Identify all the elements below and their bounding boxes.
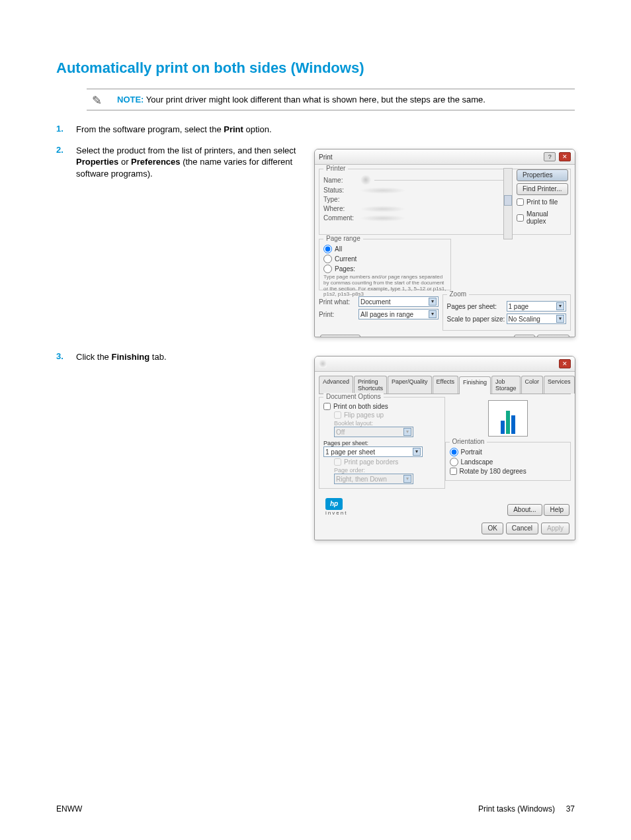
pages-radio[interactable]: Pages: [323,265,446,273]
landscape-radio[interactable]: Landscape [450,458,567,466]
t: Preferences [131,157,180,167]
cancel-button[interactable]: Cancel [537,335,569,337]
page-range-hint: Type page numbers and/or page ranges sep… [323,274,446,298]
hp-logo: hp [325,498,343,510]
print-range-dropdown[interactable]: All pages in range▾ [358,309,439,319]
tab-finishing[interactable]: Finishing [459,376,491,394]
layout-preview [488,400,528,437]
step-number: 2. [56,145,76,180]
titlebar: ✕ [315,357,575,372]
properties-dialog: ✕ Advanced Printing Shortcuts Paper/Qual… [314,356,575,540]
blur [360,206,406,212]
t: From the software program, select the [76,124,224,134]
options-button[interactable]: Options... [320,335,360,337]
titlebar: Print ? ✕ [315,149,575,165]
pages-per-sheet-dropdown[interactable]: 1 page per sheet▾ [323,446,423,457]
step-text: Select the product from the list of prin… [76,145,301,180]
page-footer: ENWW Print tasks (Windows) 37 [56,804,575,814]
group-title: Orientation [450,438,487,445]
rotate-checkbox[interactable]: Rotate by 180 degrees [450,468,567,475]
all-radio[interactable]: All [323,245,446,253]
print-label: Print: [319,311,358,318]
t: or [118,157,131,167]
page-order-label: Page order: [334,467,441,474]
note-icon: ✎ [92,93,102,108]
tab-bar: Advanced Printing Shortcuts Paper/Qualit… [319,376,571,394]
scale-label: Scale to paper size: [447,315,507,323]
print-both-sides-checkbox[interactable]: Print on both sides [323,403,441,410]
tab-paper-quality[interactable]: Paper/Quality [388,376,432,394]
tab-advanced[interactable]: Advanced [319,376,353,394]
print-what-label: Print what: [319,298,358,306]
ok-button[interactable]: OK [482,523,503,534]
footer-left: ENWW [56,804,82,814]
help-window-button[interactable]: ? [544,152,556,161]
status-label: Status: [323,187,360,194]
name-label: Name: [323,177,360,184]
printer-list-scrollbar[interactable] [503,168,513,239]
page-title: Automatically print on both sides (Windo… [56,60,575,77]
tab-printing-shortcuts[interactable]: Printing Shortcuts [354,376,387,394]
tab-services[interactable]: Services [544,376,575,394]
t: tab. [149,352,166,362]
note-box: ✎ NOTE: Your print driver might look dif… [87,89,575,110]
dialog-title: Print [319,153,333,161]
apply-button: Apply [541,523,569,534]
note-label: NOTE: [117,95,144,105]
step-text: Click the Finishing tab. [76,351,301,363]
close-window-button[interactable]: ✕ [559,152,571,161]
t: option. [243,124,272,134]
print-dialog: Print ? ✕ Printer Name: Status: Type: Wh… [314,149,575,337]
page-order-dropdown: Right, then Down▾ [334,474,413,484]
current-radio[interactable]: Current [323,255,446,263]
booklet-label: Booklet layout: [334,420,441,427]
page-range-group: Page range All Current Pages: Type page … [319,239,451,290]
print-to-file-checkbox[interactable]: Print to file [517,198,568,206]
tab-effects[interactable]: Effects [433,376,458,394]
booklet-dropdown: Off▾ [334,427,413,437]
scale-dropdown[interactable]: No Scaling▾ [507,314,567,324]
help-button[interactable]: Help [544,504,569,516]
t: Finishing [111,352,149,362]
hp-tagline: invent [325,510,347,516]
step-number: 1. [56,124,76,136]
group-title: Page range [323,235,363,242]
about-button[interactable]: About... [507,504,542,516]
pages-per-sheet-dropdown[interactable]: 1 page▾ [507,301,567,312]
t: Select the product from the list of prin… [76,146,296,155]
find-printer-button[interactable]: Find Printer... [517,183,568,195]
step-1: 1. From the software program, select the… [56,124,575,136]
group-title: Printer [323,165,348,172]
note-text-body: Your print driver might look different t… [146,95,485,105]
blur [360,215,406,222]
ok-button[interactable]: OK [514,335,535,337]
comment-label: Comment: [323,214,360,222]
t: Properties [76,157,118,167]
flip-pages-checkbox: Flip pages up [334,411,441,419]
portrait-radio[interactable]: Portrait [450,448,567,456]
pages-per-sheet-label: Pages per sheet: [323,440,441,446]
manual-duplex-checkbox[interactable]: Manual duplex [517,210,568,225]
t: Click the [76,352,111,362]
step-text: From the software program, select the Pr… [76,124,301,136]
printer-name-field[interactable] [374,180,507,181]
app-icon [319,360,327,368]
pages-per-sheet-label: Pages per sheet: [447,303,507,310]
printer-icon [360,175,372,185]
t: Print [224,124,243,134]
blur [360,187,406,194]
cancel-button[interactable]: Cancel [506,523,538,534]
footer-page-number: 37 [566,804,575,814]
print-what-dropdown[interactable]: Document▾ [358,296,439,307]
tab-color[interactable]: Color [521,376,544,394]
tab-job-storage[interactable]: Job Storage [491,376,521,394]
group-title: Document Options [323,393,384,400]
properties-button[interactable]: Properties [517,169,568,181]
where-label: Where: [323,205,360,212]
close-window-button[interactable]: ✕ [559,359,571,368]
group-title: Zoom [447,290,470,298]
type-label: Type: [323,196,360,203]
print-page-borders-checkbox: Print page borders [334,458,441,466]
step-number: 3. [56,351,76,363]
footer-section: Print tasks (Windows) [478,804,555,814]
